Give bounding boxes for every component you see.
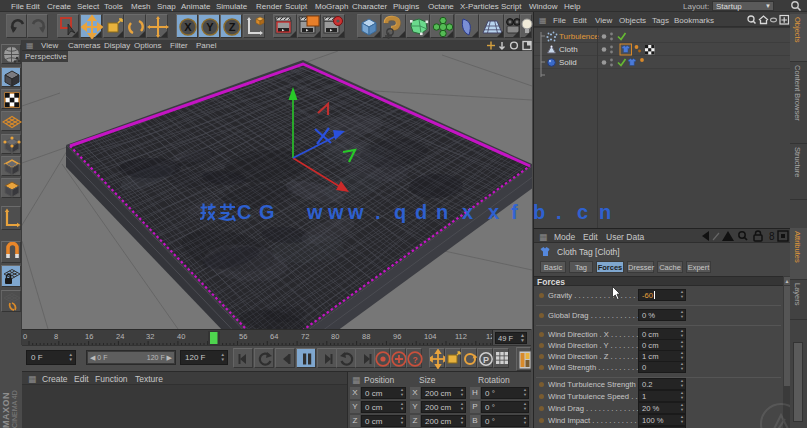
svg-text:16: 16 xyxy=(85,332,93,341)
svg-text:?: ? xyxy=(412,355,417,365)
svg-text:40: 40 xyxy=(177,332,185,341)
svg-text:88: 88 xyxy=(362,332,370,341)
svg-text:8: 8 xyxy=(54,332,58,341)
svg-text:24: 24 xyxy=(116,332,124,341)
svg-text:104: 104 xyxy=(424,332,437,341)
svg-text:80: 80 xyxy=(331,332,339,341)
svg-text:96: 96 xyxy=(393,332,401,341)
svg-text:72: 72 xyxy=(301,332,309,341)
svg-text:56: 56 xyxy=(239,332,247,341)
svg-text:64: 64 xyxy=(270,332,278,341)
svg-text:P: P xyxy=(483,355,489,365)
svg-text:32: 32 xyxy=(146,332,154,341)
svg-text:Perspective: Perspective xyxy=(25,52,67,61)
svg-text:112: 112 xyxy=(455,332,467,341)
svg-text:X: X xyxy=(184,21,192,33)
svg-text:Y: Y xyxy=(206,21,214,33)
svg-text:8: 8 xyxy=(769,231,775,242)
svg-text:Z: Z xyxy=(229,21,236,33)
svg-text:0: 0 xyxy=(23,332,27,341)
